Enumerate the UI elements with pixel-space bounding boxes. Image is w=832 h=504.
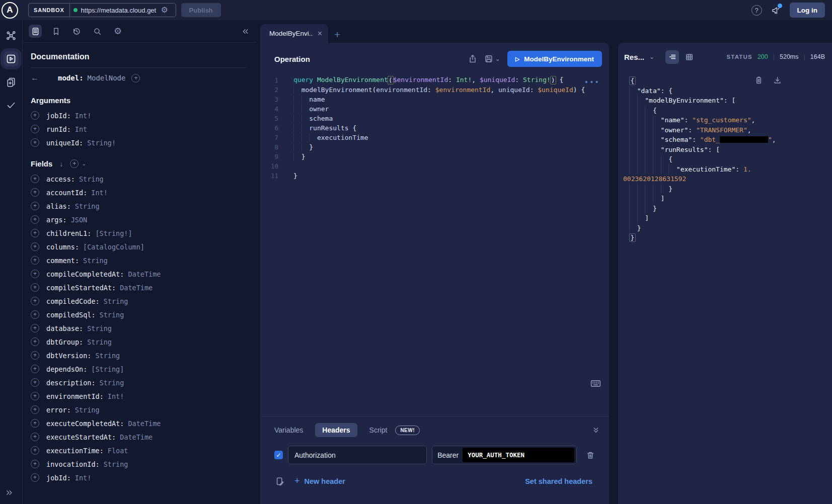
login-button[interactable]: Log in [790,3,825,18]
table-view-icon[interactable] [683,50,696,64]
add-field-to-query-icon[interactable]: + [31,460,39,468]
add-field-to-query-icon[interactable]: + [31,229,39,237]
field-type[interactable]: String [87,324,112,332]
field-type[interactable]: String [104,460,128,468]
endpoint-url-input[interactable] [81,7,158,14]
response-title-chevron-icon[interactable]: ⌄ [649,53,654,60]
run-operation-button[interactable]: ▷ ModelByEnvironment [507,51,602,67]
breadcrumb-type-name[interactable]: ModelNode [88,74,126,82]
field-type[interactable]: String [100,379,124,387]
doc-field-row[interactable]: +alias:String [31,199,247,213]
operation-collections-icon[interactable] [4,74,19,90]
add-field-to-query-icon[interactable]: + [31,473,39,482]
field-type[interactable]: String [95,352,120,360]
apollo-logo[interactable]: A [2,2,18,19]
add-field-to-query-icon[interactable]: + [31,365,39,373]
doc-field-row[interactable]: +compiledSql:String [31,308,247,321]
field-type[interactable]: String [83,257,108,265]
add-model-to-query-icon[interactable]: + [131,74,140,82]
field-type[interactable]: Int [75,125,87,133]
search-icon[interactable] [91,25,104,38]
doc-field-row[interactable]: +compileStartedAt:DateTime [31,281,247,294]
tab-headers[interactable]: Headers [315,423,357,437]
tab-variables[interactable]: Variables [274,426,303,434]
checks-icon[interactable] [4,98,19,113]
save-chevron-icon[interactable]: ⌄ [495,55,500,62]
response-title[interactable]: Res... [624,53,644,61]
doc-field-row[interactable]: +dbtGroup:String [31,335,247,349]
collapse-bottom-panel-icon[interactable] [592,426,600,434]
field-type[interactable]: DateTime [128,270,161,278]
add-field-to-query-icon[interactable]: + [31,202,39,210]
add-field-to-query-icon[interactable]: + [31,433,39,441]
back-arrow-icon[interactable]: ← [31,73,39,82]
graphql-editor[interactable]: ••• 1query ModelByEnvironment($environme… [260,75,609,416]
documentation-tab-icon[interactable] [29,25,42,38]
add-field-to-query-icon[interactable]: + [31,405,39,414]
doc-field-row[interactable]: +executeStartedAt:DateTime [31,430,247,444]
add-field-to-query-icon[interactable]: + [31,419,39,428]
delete-header-icon[interactable] [586,451,595,460]
add-field-to-query-icon[interactable]: + [31,242,39,251]
new-header-button[interactable]: + New header [294,476,345,486]
add-field-to-query-icon[interactable]: + [31,270,39,278]
doc-field-row[interactable]: +database:String [31,321,247,335]
copy-response-icon[interactable] [754,76,763,85]
add-field-to-query-icon[interactable]: + [31,138,39,147]
doc-field-row[interactable]: +environmentId:Int! [31,389,247,403]
editor-more-options-icon[interactable]: ••• [584,78,600,86]
share-operation-icon[interactable] [468,54,477,63]
save-operation-group[interactable]: ⌄ [484,54,500,63]
field-type[interactable]: DateTime [120,433,153,441]
add-field-to-query-icon[interactable]: + [31,283,39,292]
add-fields-chevron-icon[interactable]: ⌄ [82,160,86,167]
doc-field-row[interactable]: +uniqueId:String! [31,136,247,149]
field-type[interactable]: JSON [71,216,88,224]
field-type[interactable]: Int! [108,392,124,400]
header-enabled-checkbox[interactable]: ✓ [274,451,283,459]
doc-field-row[interactable]: +childrenL1:[String!] [31,226,247,240]
bookmark-icon[interactable] [49,25,62,38]
doc-field-row[interactable]: +args:JSON [31,213,247,226]
doc-field-row[interactable]: +runId:Int [31,122,247,136]
field-type[interactable]: [String] [91,365,124,373]
add-field-to-query-icon[interactable]: + [31,188,39,197]
add-field-to-query-icon[interactable]: + [31,338,39,346]
add-field-to-query-icon[interactable]: + [31,175,39,183]
doc-field-row[interactable]: +jobId:Int! [31,109,247,122]
set-shared-headers-link[interactable]: Set shared headers [525,477,592,485]
operation-tab[interactable]: ModelByEnvi... × [260,24,328,43]
add-field-to-query-icon[interactable]: + [31,297,39,305]
field-type[interactable]: Int! [75,112,92,120]
field-type[interactable]: [String!] [95,229,132,237]
doc-field-row[interactable]: +jobId:Int! [31,471,247,484]
field-type[interactable]: String [75,202,100,210]
add-all-fields-icon[interactable]: + [70,159,79,168]
publish-button[interactable]: Publish [181,3,221,17]
doc-field-row[interactable]: +accountId:Int! [31,186,247,199]
field-type[interactable]: DateTime [120,284,153,292]
field-type[interactable]: String! [87,139,116,147]
doc-field-row[interactable]: +comment:String [31,254,247,267]
field-type[interactable]: Float [108,447,128,455]
doc-field-row[interactable]: +access:String [31,172,247,186]
help-icon[interactable]: ? [751,5,762,16]
doc-field-row[interactable]: +compiledCode:String [31,294,247,308]
add-field-to-query-icon[interactable]: + [31,392,39,400]
doc-field-row[interactable]: +columns:[CatalogColumn] [31,240,247,254]
schema-graph-icon[interactable] [4,28,19,43]
history-icon[interactable] [70,25,83,38]
close-tab-icon[interactable]: × [318,29,322,38]
add-field-to-query-icon[interactable]: + [31,378,39,387]
header-key-input[interactable] [288,446,427,464]
doc-field-row[interactable]: +description:String [31,376,247,389]
doc-settings-gear-icon[interactable]: ⚙ [111,25,124,38]
announcements-icon[interactable] [771,6,781,15]
endpoint-settings-gear-icon[interactable]: ⚙ [161,6,168,14]
add-field-to-query-icon[interactable]: + [31,446,39,455]
doc-field-row[interactable]: +compileCompletedAt:DateTime [31,267,247,281]
field-type[interactable]: DateTime [128,419,161,428]
add-field-to-query-icon[interactable]: + [31,125,39,133]
download-response-icon[interactable] [773,76,782,85]
header-value-box[interactable]: Bearer [432,446,577,464]
